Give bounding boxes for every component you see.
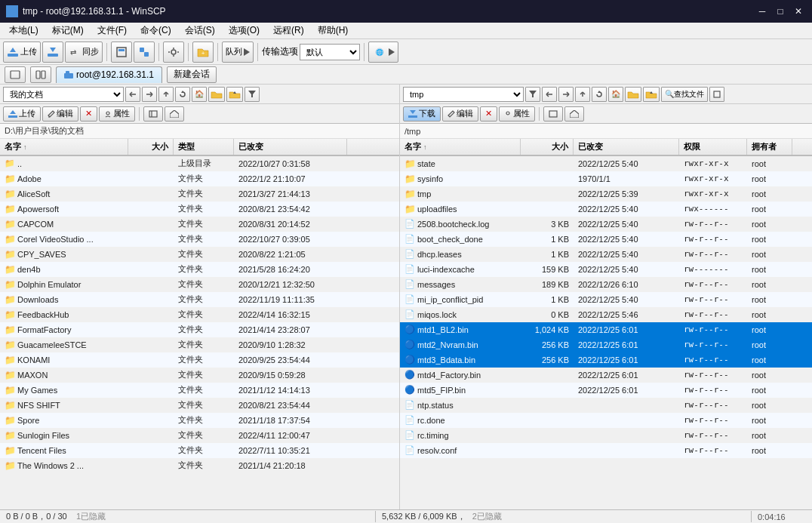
table-row[interactable]: 📁tmp 2022/12/25 5:39 rwxr-xr-x root [400, 186, 812, 202]
table-row[interactable]: 📁AliceSoft 文件夹 2021/3/27 21:44:13 [0, 186, 399, 202]
table-row[interactable]: 📁CAPCOM 文件夹 2020/8/31 20:14:52 [0, 217, 399, 232]
table-row[interactable]: 📁Downloads 文件夹 2022/11/19 11:11:35 [0, 292, 399, 307]
table-row[interactable]: 📁Dolphin Emulator 文件夹 2020/12/21 12:32:5… [0, 277, 399, 292]
table-row[interactable]: 🔵mtd1_BL2.bin 1,024 KB 2022/12/25 6:01 r… [400, 322, 812, 337]
table-row[interactable]: 📁NFS SHIFT 文件夹 2020/8/21 23:54:44 [0, 398, 399, 413]
left-col-header-size[interactable]: 大小 [128, 139, 174, 155]
left-nav-up[interactable] [158, 87, 174, 102]
table-row[interactable]: 📁MAXON 文件夹 2020/9/15 0:59:28 [0, 368, 399, 383]
left-delete-btn[interactable]: ✕ [80, 106, 97, 122]
right-col-header-size[interactable]: 大小 [521, 139, 574, 155]
right-props-btn[interactable]: 属性 [499, 106, 535, 122]
table-row[interactable]: 📁state 2022/12/25 5:40 rwxr-xr-x root [400, 156, 812, 171]
left-edit-btn[interactable]: 编辑 [42, 106, 78, 122]
table-row[interactable]: 📄dhcp.leases 1 KB 2022/12/25 5:40 rw-r--… [400, 247, 812, 262]
table-row[interactable]: 🔵mtd5_FIP.bin 2022/12/25 6:01 rw-r--r-- … [400, 383, 812, 398]
right-folder-new[interactable] [625, 87, 641, 102]
table-row[interactable]: 📄luci-indexcache 159 KB 2022/12/25 5:40 … [400, 262, 812, 277]
right-col-header-owner[interactable]: 拥有者 [747, 139, 792, 155]
menu-local[interactable]: 本地(L) [3, 23, 45, 38]
left-nav-btn2[interactable] [142, 87, 157, 102]
right-btn-extra1[interactable] [543, 106, 563, 122]
toolbar-sync[interactable]: ⇄ 同步 [65, 42, 103, 63]
right-folder-up[interactable] [643, 87, 660, 102]
session-tab[interactable]: root@192.168.31.1 [56, 66, 162, 83]
menu-remote[interactable]: 远程(R) [267, 23, 310, 38]
toolbar-download[interactable] [42, 42, 63, 63]
table-row[interactable]: 📁Spore 文件夹 2021/1/18 17:37:54 [0, 413, 399, 428]
table-row[interactable]: 📁CPY_SAVES 文件夹 2020/8/22 1:21:05 [0, 247, 399, 262]
left-col-header-date[interactable]: 已改变 [234, 139, 347, 155]
minimize-button[interactable]: ─ [755, 5, 770, 18]
left-props-btn[interactable]: 属性 [99, 106, 135, 122]
table-row[interactable]: 📄resolv.conf rw-r--r-- root [400, 443, 812, 458]
table-row[interactable]: 🔵mtd4_Factory.bin 2022/12/25 6:01 rw-r--… [400, 368, 812, 383]
right-address-combo[interactable]: tmp [403, 87, 524, 102]
menu-command[interactable]: 命令(C) [134, 23, 177, 38]
table-row[interactable]: 📁Tencent Files 文件夹 2022/7/11 10:35:21 [0, 443, 399, 458]
right-search[interactable]: 🔍查找文件 [661, 87, 708, 102]
right-delete-btn[interactable]: ✕ [480, 106, 497, 122]
table-row[interactable]: 📄rc.timing rw-r--r-- root [400, 428, 812, 443]
toolbar-btn2[interactable] [134, 42, 155, 63]
right-home[interactable]: 🏠 [608, 87, 623, 102]
left-home[interactable]: 🏠 [192, 87, 207, 102]
toolbar-remote[interactable]: 🌐 [368, 42, 398, 63]
table-row[interactable]: 📄ntp.status rw-r--r-- root [400, 398, 812, 413]
left-col-header-name[interactable]: 名字 ↑ [0, 139, 128, 155]
left-col-header-type[interactable]: 类型 [174, 139, 234, 155]
new-session-button[interactable]: 新建会话 [167, 66, 217, 83]
left-btn-extra2[interactable] [165, 106, 184, 122]
table-row[interactable]: 📄miqos.lock 0 KB 2022/12/25 5:46 rw-r--r… [400, 307, 812, 322]
toolbar-gear[interactable] [163, 42, 184, 63]
table-row[interactable]: 📁The Windows 2 ... 文件夹 2021/1/4 21:20:18 [0, 458, 399, 473]
right-col-header-name[interactable]: 名字 ↑ [400, 139, 521, 155]
session-btn2[interactable] [30, 66, 51, 83]
left-btn-extra1[interactable] [143, 106, 163, 122]
table-row[interactable]: 📁GuacameleeSTCE 文件夹 2020/9/10 1:28:32 [0, 337, 399, 352]
menu-session[interactable]: 会话(S) [179, 23, 221, 38]
table-row[interactable]: 📄mi_ip_conflict_pid 1 KB 2022/12/25 5:40… [400, 292, 812, 307]
left-folder-up[interactable] [226, 87, 243, 102]
session-btn1[interactable] [5, 66, 26, 83]
table-row[interactable]: 📁Sunlogin Files 文件夹 2022/4/11 12:00:47 [0, 428, 399, 443]
right-extra[interactable] [709, 87, 724, 102]
menu-options[interactable]: 选项(O) [223, 23, 266, 38]
table-row[interactable]: 📁.. 上级目录 2022/10/27 0:31:58 [0, 156, 399, 171]
right-file-list[interactable]: 📁state 2022/12/25 5:40 rwxr-xr-x root 📁s… [400, 156, 812, 509]
left-folder-new[interactable] [208, 87, 225, 102]
menu-mark[interactable]: 标记(M) [46, 23, 90, 38]
left-upload-btn[interactable]: 上传 [3, 106, 41, 122]
left-filter[interactable] [245, 87, 260, 102]
right-col-header-date[interactable]: 已改变 [574, 139, 679, 155]
toolbar-queue[interactable]: 队列 [222, 42, 254, 63]
table-row[interactable]: 📁Adobe 文件夹 2022/1/2 21:10:07 [0, 171, 399, 186]
table-row[interactable]: 📄boot_check_done 1 KB 2022/12/25 5:40 rw… [400, 232, 812, 247]
toolbar-new-folder[interactable]: + [192, 42, 214, 63]
right-nav-fwd[interactable] [558, 87, 574, 102]
table-row[interactable]: 📁sysinfo 1970/1/1 rwxr-xr-x root [400, 171, 812, 186]
right-col-header-perm[interactable]: 权限 [679, 139, 747, 155]
left-nav-btn1[interactable] [125, 87, 140, 102]
left-refresh[interactable] [175, 87, 190, 102]
maximize-button[interactable]: □ [773, 5, 788, 18]
table-row[interactable]: 📁My Games 文件夹 2021/1/12 14:14:13 [0, 383, 399, 398]
menu-file[interactable]: 文件(F) [91, 23, 133, 38]
right-edit-btn[interactable]: 编辑 [442, 106, 478, 122]
table-row[interactable]: 📁den4b 文件夹 2021/5/28 16:24:20 [0, 262, 399, 277]
right-nav-up[interactable] [575, 87, 590, 102]
table-row[interactable]: 📁Apowersoft 文件夹 2020/8/21 23:54:42 [0, 202, 399, 217]
right-download-btn[interactable]: 下载 [403, 106, 441, 122]
right-refresh[interactable] [592, 87, 607, 102]
right-btn-extra2[interactable] [564, 106, 584, 122]
table-row[interactable]: 🔵mtd3_Bdata.bin 256 KB 2022/12/25 6:01 r… [400, 352, 812, 368]
table-row[interactable]: 📄2508.bootcheck.log 3 KB 2022/12/25 5:40… [400, 217, 812, 232]
left-address-combo[interactable]: 我的文档 [3, 87, 124, 102]
table-row[interactable]: 📁Corel VideoStudio ... 文件夹 2022/10/27 0:… [0, 232, 399, 247]
right-nav-back[interactable] [542, 87, 557, 102]
left-file-list[interactable]: 📁.. 上级目录 2022/10/27 0:31:58 📁Adobe 文件夹 2… [0, 156, 399, 509]
table-row[interactable]: 📁FeedbackHub 文件夹 2022/4/14 16:32:15 [0, 307, 399, 322]
table-row[interactable]: 🔵mtd2_Nvram.bin 256 KB 2022/12/25 6:01 r… [400, 337, 812, 352]
toolbar-btn1[interactable] [111, 42, 132, 63]
toolbar-transfer-mode[interactable]: 默认 二进制 文本 自动 [300, 44, 360, 60]
